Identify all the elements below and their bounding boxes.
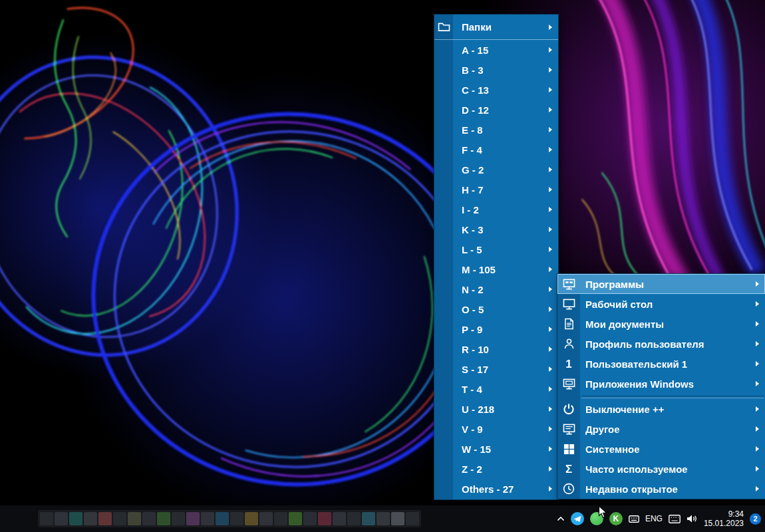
tray-app-icon[interactable] bbox=[629, 515, 639, 523]
notification-count-badge[interactable]: 2 bbox=[750, 513, 761, 525]
places-menu-item[interactable]: 1Пользовательский 1 bbox=[557, 354, 765, 374]
folders-menu-item[interactable]: I - 2 bbox=[434, 200, 558, 219]
clock[interactable]: 9:34 15.01.2023 bbox=[704, 509, 744, 528]
folders-menu-item[interactable]: D - 12 bbox=[434, 100, 558, 120]
folders-menu-header[interactable]: Папки bbox=[434, 15, 558, 40]
folders-menu-item[interactable]: Z - 2 bbox=[434, 459, 558, 479]
submenu-arrow-icon bbox=[549, 127, 552, 132]
places-menu-item[interactable]: Приложения Windows bbox=[557, 374, 765, 394]
places-menu-item[interactable]: Другое bbox=[557, 419, 765, 439]
taskbar-pinned-icon[interactable] bbox=[230, 512, 243, 525]
folders-menu-item[interactable]: E - 8 bbox=[434, 120, 558, 140]
taskbar-pinned-icon[interactable] bbox=[216, 512, 229, 525]
folders-menu-item[interactable]: V - 9 bbox=[434, 419, 558, 439]
menu-item-label: Системное bbox=[585, 444, 750, 455]
menu-item-label: F - 4 bbox=[462, 144, 543, 156]
submenu-arrow-icon bbox=[756, 446, 759, 452]
taskbar-pinned-icon[interactable] bbox=[128, 512, 141, 525]
folders-menu-item[interactable]: S - 17 bbox=[434, 359, 558, 379]
folders-menu-item[interactable]: U - 218 bbox=[434, 399, 558, 419]
language-indicator[interactable]: ENG bbox=[645, 514, 663, 523]
touch-keyboard-icon[interactable] bbox=[669, 515, 681, 523]
taskbar-pinned-icon[interactable] bbox=[40, 512, 53, 525]
folders-menu-item[interactable]: N - 2 bbox=[434, 279, 558, 299]
menu-item-label: C - 13 bbox=[462, 84, 543, 96]
submenu-arrow-icon bbox=[549, 67, 552, 72]
taskbar-pinned-icon[interactable] bbox=[289, 512, 302, 525]
submenu-arrow-icon bbox=[549, 287, 552, 292]
speaker-icon[interactable] bbox=[687, 514, 698, 523]
places-menu-item[interactable]: Программы bbox=[557, 274, 765, 294]
taskbar-pinned-icon[interactable] bbox=[172, 512, 185, 525]
desktop-icon bbox=[557, 294, 580, 314]
folders-menu-item[interactable]: Others - 27 bbox=[434, 479, 558, 499]
folders-menu-item[interactable]: M - 105 bbox=[434, 259, 558, 279]
taskbar-pinned-icon[interactable] bbox=[362, 512, 375, 525]
taskbar-pinned-icon[interactable] bbox=[69, 512, 82, 525]
submenu-arrow-icon bbox=[549, 107, 552, 112]
taskbar-pinned-icon[interactable] bbox=[391, 512, 404, 525]
system-tray: K ENG 9:34 15.01.2023 2 bbox=[557, 505, 761, 532]
telegram-icon[interactable] bbox=[571, 512, 584, 525]
menu-item-label: Others - 27 bbox=[462, 483, 543, 495]
places-menu-item[interactable]: Выключение ++ bbox=[557, 399, 765, 419]
folders-menu-item[interactable]: W - 15 bbox=[434, 439, 558, 459]
menu-item-label: S - 17 bbox=[462, 364, 543, 375]
places-menu-item[interactable]: ΣЧасто используемое bbox=[557, 459, 765, 479]
places-menu-item[interactable]: Рабочий стол bbox=[557, 294, 765, 314]
submenu-arrow-icon bbox=[549, 466, 552, 471]
folders-menu-item[interactable]: C - 13 bbox=[434, 80, 558, 100]
submenu-arrow-icon bbox=[549, 247, 552, 252]
folders-menu-item[interactable]: G - 2 bbox=[434, 160, 558, 180]
menu-item-label: O - 5 bbox=[462, 304, 543, 315]
folders-menu-item[interactable]: T - 4 bbox=[434, 379, 558, 399]
taskbar-pinned-icon[interactable] bbox=[142, 512, 156, 525]
places-menu-item[interactable]: Профиль пользователя bbox=[557, 334, 765, 354]
folders-menu-item[interactable]: R - 10 bbox=[434, 339, 558, 359]
folders-menu-item[interactable]: B - 3 bbox=[434, 60, 558, 80]
taskbar-pinned-icon[interactable] bbox=[201, 512, 214, 525]
folder-icon bbox=[434, 22, 453, 32]
chevron-up-icon[interactable] bbox=[557, 516, 565, 521]
submenu-arrow-icon bbox=[549, 446, 552, 452]
menu-item-label: W - 15 bbox=[462, 444, 543, 455]
taskbar-pinned-icon[interactable] bbox=[333, 512, 346, 525]
folders-menu-item[interactable]: P - 9 bbox=[434, 319, 558, 339]
taskbar-pinned-icon[interactable] bbox=[377, 512, 390, 525]
places-menu-item[interactable]: Мои документы bbox=[557, 314, 765, 334]
folders-menu-item[interactable]: A - 15 bbox=[434, 40, 558, 60]
taskbar-pinned-icon[interactable] bbox=[55, 512, 68, 525]
taskbar-pinned-icon[interactable] bbox=[113, 512, 126, 525]
taskbar-pinned-icon[interactable] bbox=[303, 512, 317, 525]
taskbar-pinned-icon[interactable] bbox=[245, 512, 258, 525]
taskbar-pinned-icon[interactable] bbox=[318, 512, 331, 525]
folders-menu-item[interactable]: K - 3 bbox=[434, 219, 558, 239]
folders-menu-item[interactable]: L - 5 bbox=[434, 239, 558, 259]
places-menu-item[interactable]: Недавно открытое bbox=[557, 479, 765, 499]
menu-item-label: N - 2 bbox=[462, 284, 543, 295]
taskbar-pinned-icon[interactable] bbox=[186, 512, 200, 525]
taskbar-pinned-icon[interactable] bbox=[259, 512, 273, 525]
submenu-arrow-icon bbox=[756, 486, 759, 491]
folders-menu-item[interactable]: H - 7 bbox=[434, 180, 558, 200]
places-menu-item[interactable]: Системное bbox=[557, 439, 765, 459]
submenu-arrow-icon bbox=[756, 406, 759, 412]
taskbar-pinned-icon[interactable] bbox=[84, 512, 97, 525]
k-app-icon[interactable]: K bbox=[609, 512, 623, 525]
folders-menu-item[interactable]: O - 5 bbox=[434, 299, 558, 319]
folders-menu-items: A - 15B - 3C - 13D - 12E - 8F - 4G - 2H … bbox=[434, 40, 558, 499]
folders-menu-item[interactable]: F - 4 bbox=[434, 140, 558, 160]
taskbar-pinned-icon[interactable] bbox=[98, 512, 112, 525]
tray-time: 9:34 bbox=[728, 509, 744, 519]
submenu-arrow-icon bbox=[549, 307, 552, 312]
submenu-arrow-icon bbox=[549, 187, 552, 192]
menu-separator bbox=[557, 394, 765, 399]
taskbar-pinned-icon[interactable] bbox=[347, 512, 361, 525]
taskbar-pinned-icon[interactable] bbox=[157, 512, 170, 525]
taskbar-pinned-icon[interactable] bbox=[274, 512, 287, 525]
windows-icon bbox=[557, 439, 580, 459]
taskbar-pinned-icon[interactable] bbox=[406, 512, 419, 525]
green-app-icon[interactable] bbox=[590, 512, 603, 525]
menu-item-label: Мои документы bbox=[585, 319, 750, 330]
submenu-arrow-icon bbox=[549, 406, 552, 412]
